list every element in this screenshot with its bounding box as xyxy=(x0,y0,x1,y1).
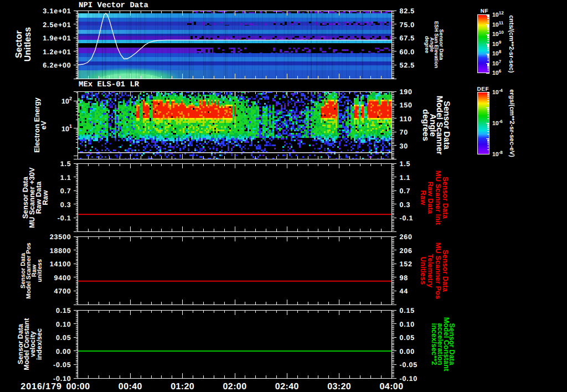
svg-text:0.00: 0.00 xyxy=(400,348,415,355)
svg-text:00:40: 00:40 xyxy=(118,382,142,391)
svg-text:-0.10: -0.10 xyxy=(400,375,418,383)
svg-text:18800: 18800 xyxy=(50,247,71,255)
svg-text:-0.05: -0.05 xyxy=(400,361,418,369)
svg-text:eV: eV xyxy=(39,121,48,130)
svg-text:52.5: 52.5 xyxy=(400,61,415,69)
svg-text:190: 190 xyxy=(400,88,413,96)
svg-text:4700: 4700 xyxy=(54,287,71,295)
svg-text:0.15: 0.15 xyxy=(56,307,71,314)
svg-text:Unitless: Unitless xyxy=(419,257,427,285)
svg-text:6.2e+00: 6.2e+00 xyxy=(43,61,71,69)
svg-text:NF: NF xyxy=(481,8,488,14)
svg-text:0.05: 0.05 xyxy=(56,334,71,342)
svg-text:0.7: 0.7 xyxy=(400,187,411,195)
svg-text:70: 70 xyxy=(400,128,409,136)
svg-text:1.9e+01: 1.9e+01 xyxy=(43,34,71,42)
svg-text:-0.05: -0.05 xyxy=(53,361,71,369)
svg-text:0.10: 0.10 xyxy=(400,321,415,328)
svg-text:82.5: 82.5 xyxy=(400,7,415,15)
svg-text:DEF: DEF xyxy=(477,86,489,92)
svg-text:0.00: 0.00 xyxy=(56,348,71,355)
svg-text:04:00: 04:00 xyxy=(380,382,404,391)
svg-text:Raw: Raw xyxy=(41,190,49,205)
svg-text:1.1: 1.1 xyxy=(400,174,411,182)
svg-text:0.3: 0.3 xyxy=(400,201,411,209)
svg-text:1.5: 1.5 xyxy=(60,160,71,168)
svg-text:degree: degree xyxy=(424,36,430,53)
svg-text:98: 98 xyxy=(400,274,409,282)
svg-text:0.10: 0.10 xyxy=(56,321,71,328)
svg-text:206: 206 xyxy=(400,247,413,255)
svg-text:152: 152 xyxy=(400,260,413,268)
svg-text:0.3: 0.3 xyxy=(60,201,71,209)
svg-text:30: 30 xyxy=(400,142,409,150)
svg-text:degrees: degrees xyxy=(421,109,430,141)
svg-text:260: 260 xyxy=(400,233,413,241)
svg-text:1.5: 1.5 xyxy=(400,160,411,168)
svg-text:index/sec: index/sec xyxy=(35,328,43,360)
svg-text:Unitless: Unitless xyxy=(23,27,33,61)
svg-text:ergs/(cm**2-sr-sec-eV): ergs/(cm**2-sr-sec-eV) xyxy=(508,89,515,157)
svg-text:unitless: unitless xyxy=(37,259,43,282)
svg-text:1.1: 1.1 xyxy=(60,174,71,182)
svg-text:01:20: 01:20 xyxy=(171,382,194,391)
svg-text:-0.1: -0.1 xyxy=(400,214,414,222)
svg-text:110: 110 xyxy=(400,115,413,123)
svg-text:9400: 9400 xyxy=(54,274,71,282)
svg-text:2.5e+01: 2.5e+01 xyxy=(43,21,71,29)
svg-text:0.15: 0.15 xyxy=(400,307,415,314)
svg-text:0.7: 0.7 xyxy=(60,187,71,195)
svg-text:67.5: 67.5 xyxy=(400,34,415,42)
svg-text:0.05: 0.05 xyxy=(400,334,415,342)
svg-text:2016/179: 2016/179 xyxy=(20,382,62,391)
svg-text:-0.1: -0.1 xyxy=(58,214,71,222)
svg-text:23500: 23500 xyxy=(50,233,71,241)
svg-text:03:20: 03:20 xyxy=(327,382,351,391)
svg-text:-0.10: -0.10 xyxy=(53,375,71,383)
svg-text:MEx ELS-01 LR: MEx ELS-01 LR xyxy=(79,80,140,89)
svg-text:02:00: 02:00 xyxy=(223,382,247,391)
svg-text:Raw: Raw xyxy=(419,190,427,206)
svg-text:00:00: 00:00 xyxy=(66,382,90,391)
svg-text:14100: 14100 xyxy=(50,260,71,268)
svg-text:60.0: 60.0 xyxy=(400,48,415,56)
svg-text:44: 44 xyxy=(400,287,409,295)
svg-text:cnts/(cm**2-sr-sec): cnts/(cm**2-sr-sec) xyxy=(508,15,514,73)
svg-text:Sector: Sector xyxy=(14,30,24,58)
svg-text:1.2e+01: 1.2e+01 xyxy=(43,48,71,56)
svg-text:75.0: 75.0 xyxy=(400,21,415,29)
svg-text:3.1e+01: 3.1e+01 xyxy=(43,7,71,15)
svg-text:incex/sec**2: incex/sec**2 xyxy=(430,323,439,365)
svg-text:02:40: 02:40 xyxy=(275,382,299,391)
svg-text:NPI Vector Data: NPI Vector Data xyxy=(79,1,149,10)
svg-text:150: 150 xyxy=(400,101,413,109)
